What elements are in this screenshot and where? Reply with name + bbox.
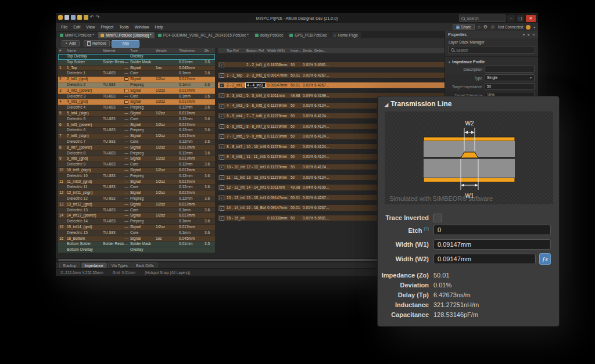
row-checkbox[interactable]: ✓ xyxy=(220,206,224,211)
stackup-row[interactable]: 1414_int13_(power)—Signal1/2oz0.017mm xyxy=(58,213,215,219)
add-button[interactable]: + Add xyxy=(62,40,80,46)
row-checkbox[interactable]: ✓ xyxy=(220,63,224,67)
row-checkbox[interactable]: ✓ xyxy=(220,216,224,221)
row-checkbox[interactable]: ✓ xyxy=(220,175,224,180)
stackup-row[interactable]: 1111_int10_(gnd)—Signal1/2oz0.017mm xyxy=(58,179,215,185)
stackup-row[interactable]: Dielectric 5TU-883—Core0.12mm3.6 xyxy=(58,117,215,122)
pin-icon[interactable]: ∗ xyxy=(527,33,530,37)
view-tab-back-drills[interactable]: Back Drills xyxy=(132,262,157,269)
material-swatch-icon[interactable] xyxy=(124,77,128,81)
stackup-row[interactable]: Bottom OverlayOverlay xyxy=(58,247,215,253)
stackup-row[interactable]: Dielectric 12TU-883—Prepreg0.12mm3.6 xyxy=(58,196,215,202)
width-w1-input[interactable]: 0.09147mm xyxy=(433,239,551,250)
redo-icon[interactable]: ↷ xyxy=(96,15,100,20)
stackup-row[interactable]: Dielectric 11TU-883—Core0.12mm3.6 xyxy=(58,185,215,190)
material-swatch-icon[interactable] xyxy=(124,89,128,92)
stackup-row[interactable]: 55_int4_(sign)—Signal1/2oz0.017mm xyxy=(58,111,215,117)
remove-button[interactable]: Remove xyxy=(84,40,110,46)
stackup-row[interactable]: Dielectric 8TU-883—Prepreg0.12mm3.6 xyxy=(58,151,215,157)
open-folder-icon[interactable] xyxy=(84,15,88,20)
impedance-row[interactable]: ✓2 - 2_int1_(g...0.18338mm500.01%5.6581.… xyxy=(218,62,445,67)
width-w2-input[interactable]: 0.09147mm xyxy=(433,254,536,264)
row-checkbox[interactable]: ✓ xyxy=(220,83,224,88)
menu-edit[interactable]: Edit xyxy=(70,25,83,29)
chevron-down-icon[interactable]: ▾ xyxy=(523,33,525,37)
stackup-row[interactable]: 88_int7_(power)—Signal1/2oz0.017mm xyxy=(58,145,215,151)
open-document-icon[interactable] xyxy=(77,15,82,20)
stackup-row[interactable]: 77_int6_(sign)—Signal1/2oz0.017mm xyxy=(58,134,215,139)
doc-tab[interactable]: MiniPC.PcbDoc * xyxy=(57,32,97,38)
stackup-row[interactable]: Bottom SolderSolder Resist—Solder Mask0.… xyxy=(58,242,215,247)
stackup-row[interactable]: Top OverlayOverlay xyxy=(58,54,215,60)
stackup-row[interactable]: 99_int8_(gnd)—Signal1/2oz0.017mm xyxy=(58,156,215,162)
close-icon[interactable]: ✕ xyxy=(532,33,535,37)
impedance-row[interactable]: ✓2 - 2_int1_(g...4 - 4_int3_(g...0.09147… xyxy=(218,82,445,88)
stackup-row[interactable]: Dielectric 3TU-883—Core0.1mm3.6 xyxy=(58,94,215,100)
stackup-row[interactable]: 44_int3_(gnd)Signal1/2oz0.017mm xyxy=(58,99,215,105)
row-checkbox[interactable]: ✓ xyxy=(220,196,224,200)
stackup-row[interactable]: Dielectric 2TU-883—Prepreg0.1mm3.6 xyxy=(58,82,215,88)
stackup-row[interactable]: 11_Top—Signal1oz0.045mm xyxy=(58,66,215,71)
help-icon[interactable]: (?) xyxy=(424,226,429,230)
stackup-row[interactable]: Dielectric 9TU-883—Core0.12mm3.6 xyxy=(58,162,215,168)
row-checkbox[interactable]: ✓ xyxy=(220,165,224,170)
save-icon[interactable] xyxy=(71,15,76,20)
home-icon[interactable]: ⌂ xyxy=(478,25,481,30)
stackup-row[interactable]: 1313_int12_(gnd)—Signal1/2oz0.017mm xyxy=(58,202,215,208)
stackup-row[interactable]: Dielectric 7TU-883—Core0.12mm3.6 xyxy=(58,139,215,145)
row-checkbox[interactable]: ✓ xyxy=(220,155,224,160)
gear-icon[interactable]: ⚙ xyxy=(483,25,488,30)
row-checkbox[interactable]: ✓ xyxy=(220,124,224,129)
row-checkbox[interactable]: ✓ xyxy=(220,73,224,78)
view-tab-stackup[interactable]: Stackup xyxy=(59,262,80,269)
menu-view[interactable]: View xyxy=(83,25,98,29)
stackup-row[interactable]: 1616_Bottom—Signal1oz0.045mm xyxy=(58,236,215,242)
doc-tab[interactable]: MiniPC.PcbDoc [Stackup] * xyxy=(98,32,155,38)
new-document-icon[interactable] xyxy=(64,15,69,20)
altium-logo-icon[interactable] xyxy=(58,15,63,20)
stackup-row[interactable]: Top SolderSolder Resist—Solder Mask0.01m… xyxy=(58,60,215,66)
row-checkbox[interactable]: ✓ xyxy=(220,114,224,118)
stackup-row[interactable]: 33_int2_(power)Signal1/2oz0.017mm xyxy=(58,88,215,94)
doc-tab[interactable]: PC4-SODIMM_V20B_RC_A1_20141015.PcbDoc * xyxy=(155,32,252,38)
row-checkbox[interactable]: ✓ xyxy=(220,134,224,139)
avatar[interactable] xyxy=(526,25,531,30)
etch-input[interactable]: 0 xyxy=(433,225,551,235)
restore-button[interactable]: ❑ xyxy=(517,15,524,22)
trace-inverted-checkbox[interactable] xyxy=(433,214,442,222)
close-button[interactable]: ✕ xyxy=(526,15,536,22)
stackup-row[interactable]: Dielectric 4TU-883—Prepreg0.12mm3.6 xyxy=(58,105,215,111)
row-checkbox[interactable]: ✓ xyxy=(220,185,224,190)
stackup-row[interactable]: Dielectric 6TU-883—Prepreg0.12mm3.6 xyxy=(58,128,215,134)
stackup-row[interactable]: 22_int1_(gnd)Signal1/2oz0.017mm xyxy=(58,77,215,82)
view-tab-via-types[interactable]: Via Types xyxy=(108,262,131,269)
stackup-row[interactable]: 66_int5_(power)—Signal1/2oz0.017mm xyxy=(58,122,215,128)
row-checkbox[interactable]: ✓ xyxy=(220,104,224,109)
stackup-row[interactable]: 1515_int14_(gnd)—Signal1/2oz0.017mm xyxy=(58,225,215,230)
description-input[interactable] xyxy=(485,66,535,73)
impedance-row[interactable]: ✓1 - 1_Top3 - 3_int2_(p...0.09147mm50.01… xyxy=(218,73,445,78)
menu-file[interactable]: File xyxy=(58,25,70,29)
share-button[interactable]: ↗ Share xyxy=(453,24,475,30)
menu-project[interactable]: Project xyxy=(98,25,116,29)
row-checkbox[interactable]: ✓ xyxy=(220,145,224,149)
doc-tab[interactable]: ⌂Home Page xyxy=(331,32,361,38)
target-impedance-input[interactable]: 50 xyxy=(485,83,535,90)
section-impedance-profile[interactable]: ▾ Impedance Profile xyxy=(445,58,538,66)
undo-icon[interactable]: ↶ xyxy=(90,15,94,20)
stackup-row[interactable]: 1010_int9_(sign)—Signal1/2oz0.017mm xyxy=(58,168,215,174)
scrollbar-thumb[interactable] xyxy=(58,259,400,261)
row-checkbox[interactable]: ✓ xyxy=(220,93,224,98)
stackup-row[interactable]: Dielectric 14TU-883—Prepreg0.1mm3.6 xyxy=(58,219,215,225)
editing-cell[interactable]: 4 - 4_int3_(g... xyxy=(245,82,266,88)
properties-search-input[interactable]: Search xyxy=(448,46,535,54)
stackup-row[interactable]: Dielectric 15TU-883—Core0.1mm3.6 xyxy=(58,230,215,236)
fx-formula-button[interactable]: ƒx xyxy=(539,253,551,265)
menu-help[interactable]: Help xyxy=(152,25,166,29)
view-tab-impedance[interactable]: Impedance xyxy=(81,262,107,269)
stackup-row[interactable]: Dielectric 10TU-883—Prepreg0.12mm3.6 xyxy=(58,174,215,179)
type-select[interactable]: Single ▼ xyxy=(485,74,535,81)
menu-window[interactable]: Window xyxy=(132,25,152,29)
stackup-row[interactable]: 1212_int11_(sign)—Signal1/2oz0.017mm xyxy=(58,190,215,196)
stackup-row[interactable]: Dielectric 1TU-883—Core0.1mm3.6 xyxy=(58,71,215,77)
